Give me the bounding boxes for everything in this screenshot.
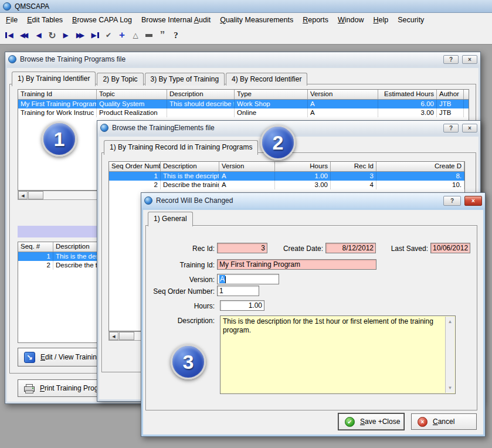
training-id-label: Training Id: [161,261,215,269]
column-header[interactable]: Topic [97,90,167,99]
selected-text: A [219,275,225,283]
menu-security[interactable]: Security [393,15,428,25]
app-icon [3,2,11,11]
column-header[interactable]: Training Id [18,90,97,99]
scroll-left-button[interactable]: ◀ [109,332,118,340]
training-id-field[interactable]: My First Training Program [217,259,376,270]
help-button[interactable]: ? [443,124,459,133]
rewind-button[interactable]: ◀◀ [18,29,30,41]
select-button[interactable]: ✔ [104,29,113,41]
save-close-button[interactable]: ✔ Save +Close [338,413,404,430]
refresh-button[interactable]: ↻ [47,29,57,41]
scroll-left-button[interactable]: ◀ [18,191,28,199]
tab-1[interactable]: 1) General [148,212,193,226]
tab-1[interactable]: 1) By Training Record Id in Training Pro… [104,140,258,155]
table-row[interactable]: 1This is the description forA1.0038. [109,172,464,181]
window-icon [100,124,108,132]
description-field[interactable]: This is the description for the 1st hour… [220,315,456,394]
app-title: QMSCAPA [15,2,49,11]
window-titlebar[interactable]: Browse the Training Programs file ? × [5,52,480,66]
column-header[interactable]: Hours [275,162,331,171]
rec-id-label: Rec Id: [161,245,215,253]
table-row[interactable]: My First Training ProgramQuality SystemT… [18,100,469,108]
window-frame: 1) General Rec Id: 3 Create Date: 8/12/2… [141,208,485,436]
menu-reports[interactable]: Reports [298,15,332,25]
table-cell: 2 [109,181,161,189]
hours-field[interactable]: 1.00 [220,300,264,311]
delete-button[interactable] [144,29,154,41]
edit-arrow-icon: ↘ [24,352,35,363]
column-header[interactable]: Author [437,90,464,99]
tab-3[interactable]: 3) By Type of Training [145,73,225,86]
table-cell: Describe the training eler [161,181,219,189]
create-date-label: Create Date: [270,245,323,253]
table-cell: 3.00 [378,108,437,117]
first-record-button[interactable]: ◀ [5,29,14,41]
app-titlebar: QMSCAPA [0,0,492,13]
column-header[interactable]: Description [161,162,219,171]
column-header[interactable]: Version [219,162,275,171]
table-cell: 1 [18,252,53,261]
table-row[interactable]: Training for Work InstrucProduct Realiza… [18,108,469,117]
scroll-up-icon[interactable]: ▲ [446,317,454,326]
column-header[interactable]: Estimated Hours [378,90,437,99]
menu-window[interactable]: Window [334,15,368,25]
table-header: Seq Order NumberDescriptionVersionHoursR… [109,162,464,172]
scroll-thumb[interactable] [119,332,134,340]
previous-record-button[interactable]: ◀ [34,29,43,41]
menu-browse-capa-log[interactable]: Browse CAPA Log [68,15,136,25]
column-header[interactable]: Description [167,90,235,99]
menu-file[interactable]: File [2,15,22,25]
table-cell: 4 [331,181,376,189]
next-record-button[interactable]: ▶ [61,29,70,41]
menu-browse-internal-audit[interactable]: Browse Internal Audit [137,15,215,25]
last-saved-field[interactable]: 10/06/2012 [430,243,470,253]
table-cell [167,108,235,117]
seq-order-field[interactable]: 1 [217,286,259,296]
last-record-button[interactable]: ▶ [90,29,100,41]
tab-strip: 1) General [148,212,193,226]
tab-4[interactable]: 4) By Record Identifier [226,73,307,86]
table-cell: 3 [331,172,376,181]
fast-forward-button[interactable]: ▶▶ [74,29,86,41]
close-button[interactable]: × [462,124,477,133]
close-button[interactable]: × [464,196,482,206]
table-cell: This should describe the [167,100,235,108]
rec-id-field[interactable]: 3 [217,243,267,253]
menu-quality-measurements[interactable]: Quality Measurements [216,15,297,25]
tab-2[interactable]: 2) By Topic [97,73,143,86]
table-cell: 1 [109,172,161,181]
scroll-thumb[interactable] [28,191,43,199]
version-field[interactable]: A [217,274,279,284]
column-header[interactable]: Type [235,90,308,99]
help-button[interactable]: ? [443,55,459,64]
create-date-field[interactable]: 8/12/2012 [325,243,376,253]
cancel-button[interactable]: × Cancel [411,413,477,430]
tab-1[interactable]: 1) By Training Identifier [12,72,96,86]
column-header[interactable]: Create D [376,162,464,171]
table-row[interactable]: 2Describe the training elerA3.00410. [109,181,464,189]
table-header: Training IdTopicDescriptionTypeVersionEs… [18,90,469,100]
insert-button[interactable]: + [117,29,127,41]
column-header[interactable]: Seq. # [18,242,53,252]
menu-help[interactable]: Help [369,15,392,25]
save-close-label: Save +Close [360,418,400,426]
table-cell: JTB [437,100,464,108]
column-header[interactable]: Rec Id [331,162,376,171]
text-cursor [225,276,226,283]
step-badge-2: 2 [260,125,296,160]
x-icon: × [418,417,427,427]
column-header[interactable]: Version [308,90,378,99]
table-cell: My First Training Program [18,100,97,108]
query-button[interactable]: ” [158,29,167,41]
vertical-scrollbar[interactable]: ▲ ▼ [445,317,454,393]
help-button[interactable]: ? [443,196,461,206]
table-cell: 10. [376,181,464,189]
menu-edit-tables[interactable]: Edit Tables [23,15,67,25]
window-titlebar[interactable]: Record Will Be Changed ? × [141,193,485,208]
close-button[interactable]: × [462,55,477,64]
column-header[interactable]: Seq Order Number [109,162,161,171]
scroll-down-icon[interactable]: ▼ [446,383,454,392]
change-button[interactable]: △ [131,29,140,41]
help-button[interactable]: ? [171,29,181,41]
